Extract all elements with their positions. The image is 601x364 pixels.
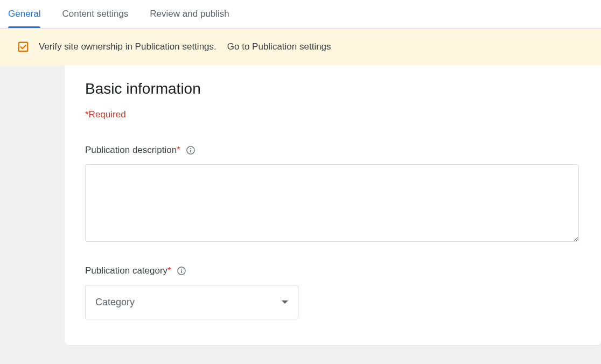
tab-general[interactable]: General <box>8 0 40 28</box>
category-field-group: Publication category* Category <box>85 265 581 319</box>
checkbox-icon <box>17 41 29 53</box>
required-note: *Required <box>85 109 581 120</box>
info-icon[interactable] <box>186 145 195 155</box>
banner-link[interactable]: Go to Publication settings <box>227 41 331 52</box>
description-textarea[interactable] <box>85 164 579 242</box>
category-label-text: Publication category <box>85 265 167 276</box>
banner-text: Verify site ownership in Publication set… <box>39 41 216 52</box>
description-field-group: Publication description* <box>85 145 581 244</box>
tab-review-publish[interactable]: Review and publish <box>150 0 229 28</box>
tab-review-publish-label: Review and publish <box>150 9 229 19</box>
info-icon[interactable] <box>177 266 186 276</box>
svg-rect-0 <box>19 43 28 52</box>
category-placeholder: Category <box>95 297 135 308</box>
svg-point-2 <box>190 148 191 149</box>
tab-general-label: General <box>8 9 40 19</box>
tab-content-settings-label: Content settings <box>62 9 128 19</box>
description-label-text: Publication description <box>85 145 177 155</box>
tab-content-settings[interactable]: Content settings <box>62 0 128 28</box>
required-asterisk: * <box>167 265 171 276</box>
card-title: Basic information <box>85 80 581 97</box>
svg-rect-6 <box>181 270 182 273</box>
tabs-bar: General Content settings Review and publ… <box>0 0 601 29</box>
required-asterisk: * <box>177 145 180 155</box>
svg-rect-3 <box>190 150 191 152</box>
category-label: Publication category* <box>85 265 581 276</box>
description-label: Publication description* <box>85 145 581 156</box>
chevron-down-icon <box>282 300 288 304</box>
basic-info-card: Basic information *Required Publication … <box>65 65 601 345</box>
category-select[interactable]: Category <box>85 285 298 319</box>
verify-banner: Verify site ownership in Publication set… <box>0 29 601 65</box>
svg-point-5 <box>181 269 182 270</box>
content-area: Basic information *Required Publication … <box>0 65 601 364</box>
